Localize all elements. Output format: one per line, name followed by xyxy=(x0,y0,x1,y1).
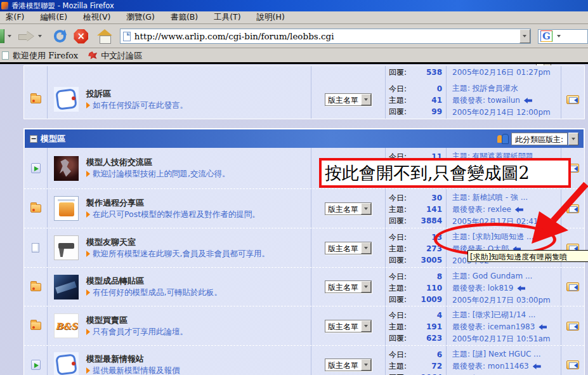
forum-icon xyxy=(54,235,79,260)
forum-description: 歡迎討論模型技術上的問題,交流心得。 xyxy=(86,168,230,180)
forum-icon xyxy=(54,352,79,375)
moderator-select-button[interactable] xyxy=(361,281,371,293)
menu-item[interactable]: 編輯(E) xyxy=(35,11,72,23)
forum-info-cell: 模型人技術交流區 歡迎討論模型技術上的問題,交流心得。 xyxy=(47,148,311,188)
forum-name-link[interactable]: 模型買賣區 xyxy=(86,315,188,326)
bookmark-item[interactable]: 中文討論區 xyxy=(101,50,142,62)
moderator-select[interactable]: 版主名單 xyxy=(325,93,372,106)
jump-to-newest-icon[interactable] xyxy=(566,360,579,369)
lastpost-poster-link[interactable]: 最後發表: rexlee xyxy=(452,204,511,216)
forum-status-icon xyxy=(30,283,41,291)
partial-row: 回覆: 538 2005年02月16日 01:27pm xyxy=(24,66,584,80)
moderator-select[interactable]: 版主名單 xyxy=(325,320,372,332)
url-bar xyxy=(120,29,531,44)
menu-item[interactable]: 檢視(V) xyxy=(78,11,115,23)
menu-item[interactable]: 案(F) xyxy=(1,11,29,23)
jump-to-newest-icon[interactable] xyxy=(566,282,579,291)
lastpost-topic-link[interactable]: 主題: God Gundam ... xyxy=(452,270,532,282)
moderator-select-value: 版主名單 xyxy=(325,94,360,105)
forum-icon xyxy=(54,196,79,221)
menu-item[interactable]: 說明(H) xyxy=(252,11,290,23)
url-history-dropdown-button[interactable] xyxy=(519,29,530,43)
forum-row: B&S 模型買賣區 只有會員才可享用此論壇。 版主名單 今日:4 主題:191 … xyxy=(24,306,584,345)
stat-today: 今日:6 xyxy=(389,349,442,360)
search-box[interactable]: G xyxy=(538,29,588,44)
section-header: − 模型區 此分類區版主: xyxy=(24,129,584,148)
lastpost-cell: 主題: 投訴會員灌水 最後發表: towailun 2005年02月14日 12… xyxy=(446,80,561,119)
lastpost-poster-link[interactable]: 最後發表: iceman1983 xyxy=(452,321,535,333)
forum-info-cell: 投訴區 如有任何投訴可在此發言。 xyxy=(47,80,311,119)
lastpost-topic-link[interactable]: 主題: 新槍試噴 - 強 ... xyxy=(452,192,528,204)
lastpost-topic-link[interactable]: 主題: 投訴會員灌水 xyxy=(452,82,518,95)
forum-icon xyxy=(54,87,79,112)
moderator-select[interactable]: 版主名單 xyxy=(325,359,372,371)
left-arrow-icon xyxy=(533,364,541,369)
forum-description-text: 提供最新模型情報及報價 xyxy=(93,365,180,375)
forward-dropdown-icon[interactable] xyxy=(38,35,42,37)
menu-item[interactable]: 瀏覽(G) xyxy=(121,11,159,23)
back-dropdown-icon[interactable] xyxy=(8,35,11,37)
lastpost-topic-link[interactable]: 主題: [徵求]已砌1/14 ... xyxy=(452,309,535,321)
jump-to-newest-icon[interactable] xyxy=(566,322,579,331)
forum-name-link[interactable]: 模型友聊天室 xyxy=(86,237,270,248)
left-arrow-icon xyxy=(517,286,525,291)
url-input[interactable] xyxy=(134,30,519,43)
moderator-select-value: 版主名單 xyxy=(325,359,360,371)
forum-table-top: 回覆: 538 2005年02月16日 01:27pm 投訴區 xyxy=(23,65,585,119)
stat-today: 今日:4 xyxy=(389,310,442,321)
forum-name-link[interactable]: 模型人技術交流區 xyxy=(86,157,230,168)
forum-description: 有任何好的模型成品,可轉貼於此板。 xyxy=(86,287,222,298)
stats-cell: 今日:6 主題:72 回覆:1064 xyxy=(385,346,446,375)
forum-status-cell xyxy=(24,148,47,188)
forum-name-link[interactable]: 投訴區 xyxy=(86,88,188,100)
forum-status-cell xyxy=(24,80,47,119)
lastpost-poster-link[interactable]: 最後發表: mon11463 xyxy=(452,360,529,372)
jump-cell xyxy=(561,268,584,306)
dragon-favicon xyxy=(88,51,97,60)
forum-name-link[interactable]: 模型最新情報站 xyxy=(86,353,180,365)
lastpost-poster-link[interactable]: 最後發表: lok819 xyxy=(452,282,513,294)
stat-replies: 回覆:3884 xyxy=(389,215,442,227)
browser-window: 香港模型聯盟 - Mozilla Firefox 案(F)編輯(E)檢視(V)瀏… xyxy=(0,0,588,375)
stat-today: 今日:30 xyxy=(389,192,442,204)
forum-text-block: 製作過程分享區 在此只可Post模型的製作過程及對作者的提問。 xyxy=(86,197,260,220)
bookmark-item[interactable]: 歡迎使用 Firefox xyxy=(13,50,78,62)
forum-page: 回覆: 538 2005年02月16日 01:27pm 投訴區 xyxy=(0,64,588,375)
reload-button[interactable] xyxy=(54,30,67,43)
menu-item[interactable]: 書籤(B) xyxy=(166,11,203,23)
lastpost-date: 2005年02月17日 11:08am xyxy=(452,372,551,375)
forum-name-link[interactable]: 模型成品轉貼區 xyxy=(86,275,222,287)
lastpost-date: 2005年02月17日 02:41pm xyxy=(452,216,551,228)
jump-to-newest-icon[interactable] xyxy=(566,204,579,213)
forum-text-block: 模型買賣區 只有會員才可享用此論壇。 xyxy=(86,315,188,338)
menu-item[interactable]: 工具(T) xyxy=(209,11,245,23)
stats-cell: 今日:30 主題:141 回覆:3884 xyxy=(385,189,446,228)
search-engine-dropdown-icon[interactable] xyxy=(557,35,561,37)
back-button[interactable] xyxy=(0,29,4,43)
forward-button[interactable] xyxy=(18,29,35,43)
stop-button[interactable]: × xyxy=(74,29,88,44)
jump-to-newest-icon[interactable] xyxy=(566,95,579,104)
moderator-select-button[interactable] xyxy=(361,359,371,371)
moderator-select-button[interactable] xyxy=(361,203,371,214)
lastpost-cell: 主題: [謎] Next HGUC ... 最後發表: mon11463 200… xyxy=(446,346,561,375)
forum-info-cell: 製作過程分享區 在此只可Post模型的製作過程及對作者的提問。 xyxy=(47,189,311,228)
moderator-select-button[interactable] xyxy=(361,94,371,105)
moderator-cell: 版主名單 xyxy=(311,346,385,375)
moderator-select[interactable]: 版主名單 xyxy=(325,280,372,293)
moderator-select[interactable]: 版主名單 xyxy=(325,242,372,254)
moderator-select[interactable]: 版主名單 xyxy=(325,202,372,215)
collapse-button[interactable]: − xyxy=(30,135,37,143)
forum-name-link[interactable]: 製作過程分享區 xyxy=(86,197,260,209)
tooltip-text: [求助]知唔知邊度有哩兩隻噴 xyxy=(470,253,567,261)
lastpost-topic-link[interactable]: 主題: [謎] Next HGUC ... xyxy=(452,348,541,360)
forum-row: 製作過程分享區 在此只可Post模型的製作過程及對作者的提問。 版主名單 今日:… xyxy=(24,188,584,228)
bullet-caret-icon xyxy=(86,289,90,296)
lastpost-topic-link[interactable]: 主題: [求助]知唔知邊 ... xyxy=(452,231,533,243)
category-moderator-button[interactable] xyxy=(568,133,578,145)
moderator-select-button[interactable] xyxy=(361,242,371,254)
lastpost-poster-link[interactable]: 最後發表: towailun xyxy=(452,95,520,107)
home-button[interactable] xyxy=(96,29,114,44)
moderator-select-button[interactable] xyxy=(361,320,371,332)
category-moderator-select[interactable]: 此分類區版主: xyxy=(511,133,578,145)
